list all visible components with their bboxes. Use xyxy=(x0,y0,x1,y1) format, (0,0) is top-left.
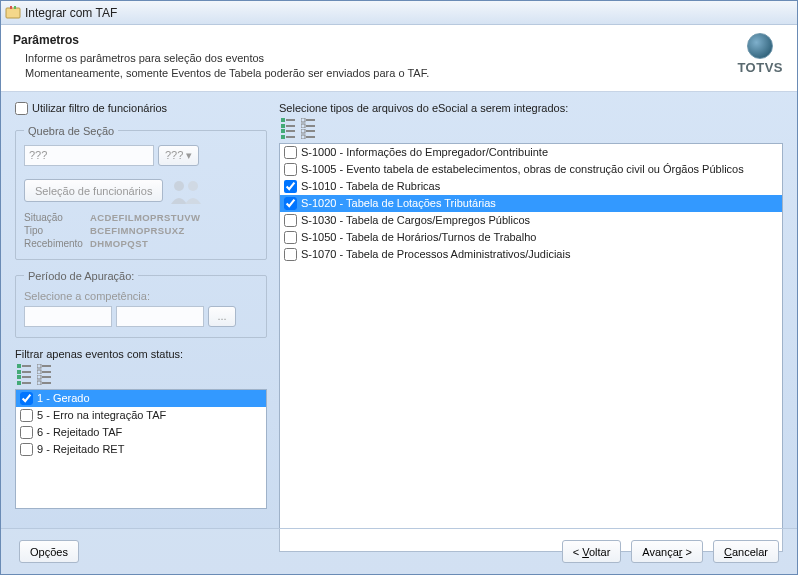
svg-rect-32 xyxy=(286,136,295,138)
header-subtext: Informe os parâmetros para seleção dos e… xyxy=(13,51,785,81)
footer: Opções < Voltar Avançar > Cancelar xyxy=(1,528,797,574)
deselect-all-icon-2[interactable] xyxy=(37,375,51,385)
status-filter-list[interactable]: 1 - Gerado5 - Erro na integração TAF6 - … xyxy=(15,389,267,509)
svg-rect-8 xyxy=(22,371,31,373)
filetype-item-label: S-1005 - Evento tabela de estabeleciment… xyxy=(301,163,744,175)
svg-rect-34 xyxy=(306,130,315,132)
status-item-label: 6 - Rejeitado TAF xyxy=(37,426,122,438)
period-from-input xyxy=(24,306,112,327)
svg-rect-21 xyxy=(281,118,285,122)
header-line2: Momentaneamente, somente Eventos de Tabe… xyxy=(25,66,785,81)
right-column: Selecione tipos de arquivos do eSocial a… xyxy=(279,102,783,552)
filetypes-toolbar xyxy=(279,116,783,143)
status-item-row[interactable]: 1 - Gerado xyxy=(16,390,266,407)
svg-rect-9 xyxy=(37,364,41,368)
svg-rect-12 xyxy=(42,371,51,373)
tipo-value: BCEFIMNOPRSUXZ xyxy=(90,225,258,236)
status-item-row[interactable]: 9 - Rejeitado RET xyxy=(16,441,266,458)
filetype-item-label: S-1030 - Tabela de Cargos/Empregos Públi… xyxy=(301,214,530,226)
select-all-icon-2[interactable] xyxy=(17,375,31,385)
filetype-item-checkbox[interactable] xyxy=(284,248,297,261)
section-break-input xyxy=(24,145,154,166)
status-item-checkbox[interactable] xyxy=(20,443,33,456)
svg-rect-30 xyxy=(286,130,295,132)
filetype-item-label: S-1070 - Tabela de Processos Administrat… xyxy=(301,248,570,260)
filetype-item-checkbox[interactable] xyxy=(284,197,297,210)
svg-point-3 xyxy=(174,181,184,191)
select-all-icon-2[interactable] xyxy=(281,129,295,139)
svg-rect-26 xyxy=(306,119,315,121)
use-employee-filter-label: Utilizar filtro de funcionários xyxy=(32,102,167,114)
svg-rect-6 xyxy=(22,365,31,367)
svg-rect-22 xyxy=(286,119,295,121)
deselect-all-icon[interactable] xyxy=(301,118,315,128)
cancel-button[interactable]: Cancelar xyxy=(713,540,779,563)
status-item-checkbox[interactable] xyxy=(20,409,33,422)
svg-rect-10 xyxy=(42,365,51,367)
select-all-icon[interactable] xyxy=(17,364,31,374)
header: Parâmetros Informe os parâmetros para se… xyxy=(1,25,797,92)
period-group: Período de Apuração: Selecione a competê… xyxy=(15,270,267,338)
file-types-label: Selecione tipos de arquivos do eSocial a… xyxy=(279,102,783,114)
svg-rect-35 xyxy=(301,135,305,139)
options-button[interactable]: Opções xyxy=(19,540,79,563)
window: Integrar com TAF Parâmetros Informe os p… xyxy=(0,0,798,575)
filetype-item-label: S-1050 - Tabela de Horários/Turnos de Tr… xyxy=(301,231,536,243)
status-item-row[interactable]: 6 - Rejeitado TAF xyxy=(16,424,266,441)
filetype-item-label: S-1000 - Informações do Empregador/Contr… xyxy=(301,146,548,158)
status-item-checkbox[interactable] xyxy=(20,426,33,439)
select-employees-button: Seleção de funcionários xyxy=(24,179,163,202)
period-legend: Período de Apuração: xyxy=(24,270,138,282)
filetype-item-checkbox[interactable] xyxy=(284,214,297,227)
status-item-label: 1 - Gerado xyxy=(37,392,90,404)
svg-rect-2 xyxy=(14,6,16,9)
filetype-item-row[interactable]: S-1020 - Tabela de Lotações Tributárias xyxy=(280,195,782,212)
filetype-item-row[interactable]: S-1010 - Tabela de Rubricas xyxy=(280,178,782,195)
filetype-item-row[interactable]: S-1000 - Informações do Empregador/Contr… xyxy=(280,144,782,161)
svg-rect-0 xyxy=(6,8,20,18)
filetype-item-label: S-1010 - Tabela de Rubricas xyxy=(301,180,440,192)
filetype-item-row[interactable]: S-1030 - Tabela de Cargos/Empregos Públi… xyxy=(280,212,782,229)
left-column: Utilizar filtro de funcionários Quebra d… xyxy=(15,102,267,552)
status-item-label: 9 - Rejeitado RET xyxy=(37,443,124,455)
select-all-icon[interactable] xyxy=(281,118,295,128)
status-item-checkbox[interactable] xyxy=(20,392,33,405)
filetype-item-row[interactable]: S-1005 - Evento tabela de estabeleciment… xyxy=(280,161,782,178)
svg-rect-29 xyxy=(281,129,285,133)
header-line1: Informe os parâmetros para seleção dos e… xyxy=(25,51,785,66)
deselect-all-icon-2[interactable] xyxy=(301,129,315,139)
back-button[interactable]: < Voltar xyxy=(562,540,622,563)
filetype-item-checkbox[interactable] xyxy=(284,180,297,193)
deselect-all-icon[interactable] xyxy=(37,364,51,374)
svg-rect-28 xyxy=(306,125,315,127)
filetype-item-checkbox[interactable] xyxy=(284,146,297,159)
svg-rect-31 xyxy=(281,135,285,139)
svg-rect-33 xyxy=(301,129,305,133)
logo-text: TOTVS xyxy=(737,60,783,75)
svg-rect-23 xyxy=(281,124,285,128)
section-break-group: Quebra de Seção ??? ▾ Seleção de funcion… xyxy=(15,125,267,260)
svg-rect-25 xyxy=(301,118,305,122)
filetype-item-row[interactable]: S-1070 - Tabela de Processos Administrat… xyxy=(280,246,782,263)
svg-rect-5 xyxy=(17,364,21,368)
filetype-item-checkbox[interactable] xyxy=(284,163,297,176)
next-button[interactable]: Avançar > xyxy=(631,540,703,563)
use-employee-filter-checkbox[interactable] xyxy=(15,102,28,115)
svg-point-4 xyxy=(188,181,198,191)
situacao-value: ACDEFILMOPRSTUVW xyxy=(90,212,258,223)
svg-rect-18 xyxy=(42,376,51,378)
titlebar: Integrar com TAF xyxy=(1,1,797,25)
file-types-list[interactable]: S-1000 - Informações do Empregador/Contr… xyxy=(279,143,783,552)
filetype-item-checkbox[interactable] xyxy=(284,231,297,244)
svg-rect-16 xyxy=(22,382,31,384)
filetype-item-label: S-1020 - Tabela de Lotações Tributárias xyxy=(301,197,496,209)
period-picker-button: ... xyxy=(208,306,236,327)
use-employee-filter[interactable]: Utilizar filtro de funcionários xyxy=(15,102,267,115)
status-toolbar xyxy=(15,362,267,389)
status-item-row[interactable]: 5 - Erro na integração TAF xyxy=(16,407,266,424)
status-item-label: 5 - Erro na integração TAF xyxy=(37,409,166,421)
filetype-item-row[interactable]: S-1050 - Tabela de Horários/Turnos de Tr… xyxy=(280,229,782,246)
svg-rect-19 xyxy=(37,381,41,385)
body: Utilizar filtro de funcionários Quebra d… xyxy=(1,92,797,552)
brand-logo: TOTVS xyxy=(737,33,783,75)
